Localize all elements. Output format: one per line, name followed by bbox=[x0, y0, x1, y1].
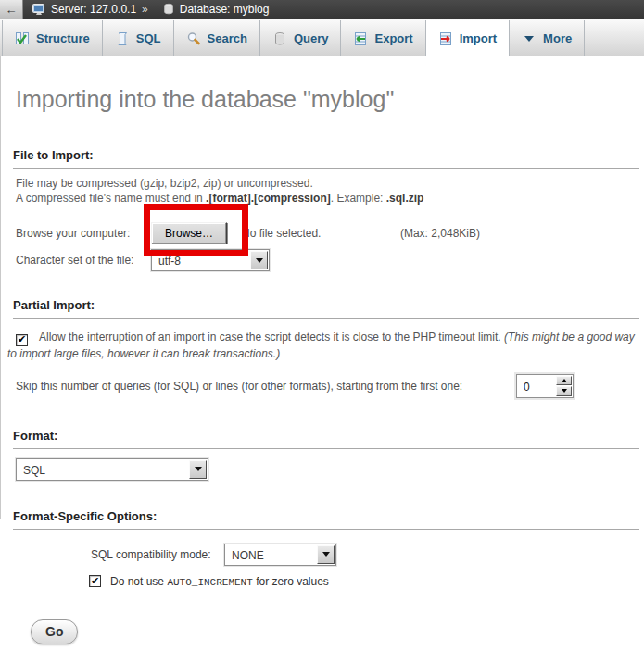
autoinc-code: AUTO_INCREMENT bbox=[167, 577, 252, 588]
tab-label: Structure bbox=[36, 31, 90, 45]
sql-icon bbox=[115, 31, 130, 46]
compat-dropdown-button[interactable] bbox=[317, 545, 335, 564]
compat-row: SQL compatibility mode: NONE bbox=[13, 544, 639, 566]
server-icon bbox=[32, 2, 46, 17]
autoinc-checkbox[interactable]: ✔ bbox=[89, 575, 101, 587]
breadcrumb-server[interactable]: Server: 127.0.0.1 bbox=[51, 3, 136, 16]
check-icon: ✔ bbox=[18, 334, 26, 344]
section-file-to-import: File to Import: bbox=[13, 149, 639, 169]
check-icon: ✔ bbox=[91, 576, 99, 586]
no-file-text: No file selected. bbox=[242, 227, 321, 240]
breadcrumb-database[interactable]: Database: myblog bbox=[180, 3, 270, 16]
export-icon bbox=[353, 31, 368, 46]
tab-structure[interactable]: Structure bbox=[2, 20, 103, 56]
main-content: Importing into the database "myblog" Fil… bbox=[0, 85, 644, 644]
breadcrumb-bar: ← Server: 127.0.0.1 » Database: myblog bbox=[0, 0, 644, 19]
chevron-down-icon bbox=[322, 552, 330, 557]
compression-info: File may be compressed (gzip, bzip2, zip… bbox=[13, 176, 639, 206]
format-row: SQL bbox=[13, 458, 639, 481]
info-line2-prefix: A compressed file's name must end in bbox=[16, 192, 206, 205]
tab-label: Query bbox=[294, 31, 329, 45]
tab-sql[interactable]: SQL bbox=[103, 20, 174, 56]
spin-up-button[interactable] bbox=[556, 376, 572, 386]
spin-down-button[interactable] bbox=[556, 386, 572, 396]
autoinc-suffix: for zero values bbox=[253, 575, 329, 588]
info-line2: A compressed file's name must end in .[f… bbox=[16, 191, 639, 206]
tab-export[interactable]: Export bbox=[341, 20, 425, 56]
charset-row: Character set of the file: utf-8 bbox=[13, 248, 639, 272]
content-left-border bbox=[0, 56, 1, 519]
browse-label: Browse your computer: bbox=[16, 227, 151, 240]
interrupt-text: Allow the interruption of an import in c… bbox=[39, 331, 501, 344]
format-pattern-text: .[format].[compression] bbox=[206, 192, 331, 205]
database-icon bbox=[162, 3, 175, 16]
tab-label: Import bbox=[460, 31, 497, 45]
chevron-down-icon bbox=[256, 258, 263, 263]
go-row: Go bbox=[13, 619, 639, 644]
tab-search[interactable]: Search bbox=[174, 20, 260, 56]
tab-label: More bbox=[543, 31, 572, 45]
info-line2-mid: . Example: bbox=[331, 192, 386, 205]
tab-label: Search bbox=[208, 31, 247, 45]
highlight-annotation bbox=[144, 204, 248, 256]
breadcrumb-separator: » bbox=[142, 3, 148, 16]
query-icon bbox=[272, 31, 287, 46]
charset-label: Character set of the file: bbox=[16, 254, 151, 267]
skip-label: Skip this number of queries (for SQL) or… bbox=[16, 380, 462, 393]
format-select[interactable]: SQL bbox=[16, 458, 208, 481]
interrupt-label: Allow the interruption of an import in c… bbox=[7, 331, 635, 360]
compat-selected-value: NONE bbox=[225, 544, 316, 565]
autoinc-prefix: Do not use bbox=[110, 575, 167, 588]
compat-label: SQL compatibility mode: bbox=[91, 548, 224, 561]
chevron-down-icon bbox=[562, 389, 567, 393]
chevron-down-icon bbox=[522, 31, 537, 46]
tab-import[interactable]: Import bbox=[426, 20, 510, 56]
tab-bar: Structure SQL Search Query Export Import… bbox=[0, 19, 644, 56]
spinner-buttons bbox=[556, 376, 572, 396]
section-format-options: Format-Specific Options: bbox=[13, 510, 639, 530]
autoinc-label: Do not use AUTO_INCREMENT for zero value… bbox=[110, 575, 329, 588]
section-partial-import: Partial Import: bbox=[13, 299, 639, 319]
skip-queries-value: 0 bbox=[517, 375, 555, 397]
autoinc-row: ✔ Do not use AUTO_INCREMENT for zero val… bbox=[13, 575, 639, 588]
back-button[interactable]: ← bbox=[0, 0, 23, 19]
chevron-down-icon bbox=[195, 467, 202, 471]
skip-row: Skip this number of queries (for SQL) or… bbox=[13, 374, 639, 398]
skip-queries-input[interactable]: 0 bbox=[516, 374, 574, 398]
charset-dropdown-button[interactable] bbox=[250, 251, 268, 269]
format-dropdown-button[interactable] bbox=[189, 460, 207, 479]
tab-more[interactable]: More bbox=[510, 20, 585, 56]
section-format: Format: bbox=[13, 430, 639, 449]
compat-select[interactable]: NONE bbox=[224, 544, 336, 566]
tab-query[interactable]: Query bbox=[260, 20, 342, 56]
browse-row: Browse your computer: Browse… No file se… bbox=[13, 221, 639, 245]
chevron-up-icon bbox=[562, 379, 567, 382]
tab-label: Export bbox=[374, 31, 412, 45]
format-example-text: .sql.zip bbox=[386, 192, 424, 205]
page-title: Importing into the database "myblog" bbox=[16, 85, 639, 113]
format-selected-value: SQL bbox=[17, 459, 188, 480]
info-line1: File may be compressed (gzip, bzip2, zip… bbox=[16, 176, 639, 191]
structure-icon bbox=[15, 31, 30, 46]
import-icon bbox=[438, 31, 453, 46]
search-icon bbox=[186, 31, 201, 46]
interrupt-option: ✔Allow the interruption of an import in … bbox=[7, 330, 641, 362]
go-button[interactable]: Go bbox=[31, 619, 78, 644]
interrupt-checkbox[interactable]: ✔ bbox=[16, 334, 28, 346]
tab-label: SQL bbox=[136, 31, 161, 45]
max-size-text: (Max: 2,048KiB) bbox=[400, 227, 480, 240]
